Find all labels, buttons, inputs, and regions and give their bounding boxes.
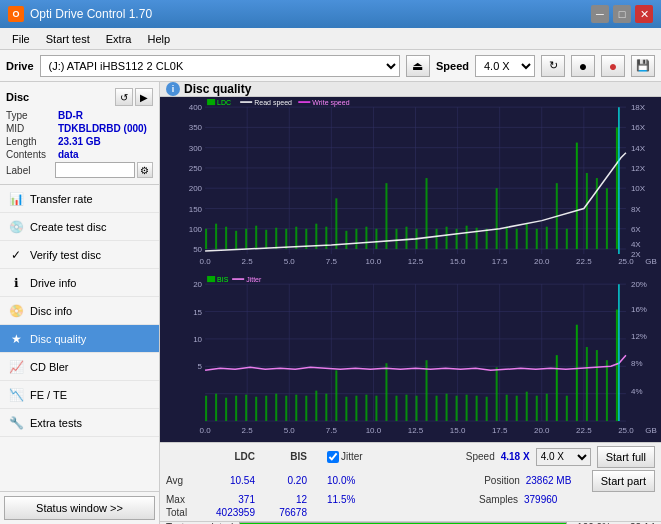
- menu-help[interactable]: Help: [139, 31, 178, 47]
- bottom-chart: 20 15 10 5 20% 16% 12% 8% 4% 0.0 2.5 5.0…: [160, 274, 661, 441]
- svg-text:10X: 10X: [631, 184, 646, 193]
- svg-text:4X: 4X: [631, 240, 641, 249]
- svg-rect-50: [526, 224, 528, 249]
- top-chart: 400 350 300 250 200 150 100 50 18X 16X 1…: [160, 97, 661, 274]
- svg-rect-20: [225, 227, 227, 249]
- svg-rect-148: [566, 396, 568, 421]
- svg-text:7.5: 7.5: [326, 427, 338, 436]
- svg-text:5.0: 5.0: [284, 257, 296, 266]
- svg-rect-132: [405, 395, 407, 421]
- verify-test-disc-icon: ✓: [8, 247, 24, 263]
- svg-rect-115: [235, 396, 237, 421]
- svg-text:25.0: 25.0: [618, 427, 634, 436]
- drive-eject-button[interactable]: ⏏: [406, 55, 430, 77]
- svg-rect-54: [566, 229, 568, 249]
- svg-rect-117: [255, 397, 257, 421]
- disc-contents-value: data: [58, 149, 153, 160]
- svg-text:100: 100: [189, 225, 203, 234]
- sidebar-item-disc-quality[interactable]: ★ Disc quality: [0, 325, 159, 353]
- sidebar: Disc ↺ ▶ Type BD-R MID TDKBLDRBD (000) L…: [0, 82, 160, 524]
- svg-text:2.5: 2.5: [242, 427, 254, 436]
- disc-length-row: Length 23.31 GB: [6, 136, 153, 147]
- disc-icon-btn-1[interactable]: ↺: [115, 88, 133, 106]
- main-area: Disc ↺ ▶ Type BD-R MID TDKBLDRBD (000) L…: [0, 82, 661, 524]
- svg-text:Read speed: Read speed: [254, 99, 292, 107]
- sidebar-item-cd-bler[interactable]: 📈 CD Bler: [0, 353, 159, 381]
- total-label: Total: [166, 507, 198, 518]
- disc-write-button[interactable]: ●: [601, 55, 625, 77]
- svg-rect-129: [375, 396, 377, 421]
- disc-read-button[interactable]: ●: [571, 55, 595, 77]
- chart-header-icon: i: [166, 82, 180, 96]
- svg-rect-125: [335, 371, 337, 422]
- svg-rect-23: [255, 226, 257, 249]
- sidebar-item-create-test-disc[interactable]: 💿 Create test disc: [0, 213, 159, 241]
- svg-rect-44: [466, 226, 468, 249]
- disc-info-icon: 📀: [8, 303, 24, 319]
- svg-text:12X: 12X: [631, 164, 646, 173]
- minimize-button[interactable]: ─: [591, 5, 609, 23]
- disc-contents-row: Contents data: [6, 149, 153, 160]
- jitter-checkbox[interactable]: [327, 451, 339, 463]
- svg-rect-49: [516, 229, 518, 249]
- status-window-button[interactable]: Status window >>: [4, 496, 155, 520]
- disc-contents-label: Contents: [6, 149, 58, 160]
- save-button[interactable]: 💾: [631, 55, 655, 77]
- stats-max-row: Max 371 12 11.5% Samples 379960: [166, 494, 655, 505]
- sidebar-menu: 📊 Transfer rate 💿 Create test disc ✓ Ver…: [0, 185, 159, 491]
- svg-text:16X: 16X: [631, 123, 646, 132]
- cd-bler-icon: 📈: [8, 359, 24, 375]
- speed-refresh-button[interactable]: ↻: [541, 55, 565, 77]
- svg-rect-123: [315, 391, 317, 421]
- disc-label-label: Label: [6, 165, 53, 176]
- sidebar-item-drive-info[interactable]: ℹ Drive info: [0, 269, 159, 297]
- disc-label-input[interactable]: [55, 162, 135, 178]
- svg-rect-124: [325, 394, 327, 421]
- svg-rect-43: [456, 229, 458, 249]
- svg-rect-36: [385, 183, 387, 249]
- menu-extra[interactable]: Extra: [98, 31, 140, 47]
- svg-rect-27: [295, 227, 297, 249]
- sidebar-item-extra-tests[interactable]: 🔧 Extra tests: [0, 409, 159, 437]
- svg-rect-32: [345, 231, 347, 249]
- svg-rect-175: [207, 276, 215, 282]
- maximize-button[interactable]: □: [613, 5, 631, 23]
- sidebar-label-transfer-rate: Transfer rate: [30, 193, 93, 205]
- svg-text:GB: GB: [645, 257, 657, 266]
- svg-rect-0: [160, 97, 661, 274]
- svg-rect-112: [205, 396, 207, 421]
- svg-text:6X: 6X: [631, 225, 641, 234]
- start-full-button[interactable]: Start full: [597, 446, 655, 468]
- position-label: Position: [484, 475, 520, 486]
- disc-label-btn[interactable]: ⚙: [137, 162, 153, 178]
- sidebar-item-verify-test-disc[interactable]: ✓ Verify test disc: [0, 241, 159, 269]
- sidebar-label-fe-te: FE / TE: [30, 389, 67, 401]
- drive-info-icon: ℹ: [8, 275, 24, 291]
- svg-rect-113: [215, 394, 217, 421]
- sidebar-label-drive-info: Drive info: [30, 277, 76, 289]
- start-part-button[interactable]: Start part: [592, 470, 655, 492]
- close-button[interactable]: ✕: [635, 5, 653, 23]
- menu-start-test[interactable]: Start test: [38, 31, 98, 47]
- avg-label: Avg: [166, 475, 198, 486]
- top-chart-svg: 400 350 300 250 200 150 100 50 18X 16X 1…: [160, 97, 661, 274]
- sidebar-item-disc-info[interactable]: 📀 Disc info: [0, 297, 159, 325]
- svg-rect-24: [265, 230, 267, 249]
- svg-rect-144: [526, 392, 528, 421]
- menu-file[interactable]: File: [4, 31, 38, 47]
- speed-stat-select[interactable]: 4.0 X: [536, 448, 591, 466]
- sidebar-item-fe-te[interactable]: 📉 FE / TE: [0, 381, 159, 409]
- disc-icon-btn-2[interactable]: ▶: [135, 88, 153, 106]
- speed-select[interactable]: 4.0 X: [475, 55, 535, 77]
- svg-rect-149: [576, 325, 578, 421]
- sidebar-label-create-test-disc: Create test disc: [30, 221, 106, 233]
- svg-text:0.0: 0.0: [200, 427, 212, 436]
- svg-text:200: 200: [189, 184, 203, 193]
- svg-text:15: 15: [193, 308, 202, 317]
- svg-text:17.5: 17.5: [492, 257, 508, 266]
- drive-select[interactable]: (J:) ATAPI iHBS112 2 CL0K: [40, 55, 400, 77]
- sidebar-item-transfer-rate[interactable]: 📊 Transfer rate: [0, 185, 159, 213]
- app-icon: O: [8, 6, 24, 22]
- svg-text:22.5: 22.5: [576, 257, 592, 266]
- svg-text:8%: 8%: [631, 360, 643, 369]
